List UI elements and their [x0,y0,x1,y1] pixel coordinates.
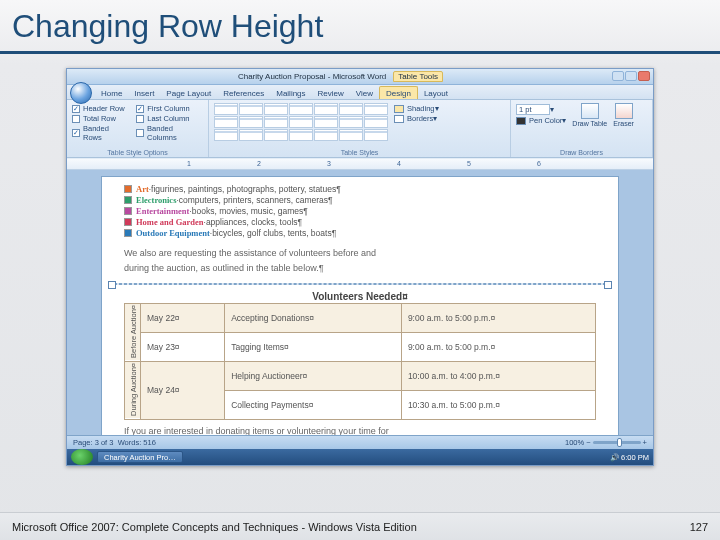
bullet-text: ·appliances, clocks, tools¶ [204,217,303,227]
eraser-icon [615,103,633,119]
zoom-value: 100% [565,438,584,447]
chk-banded-columns[interactable]: Banded Columns [136,124,203,142]
borders-button[interactable]: Borders ▾ [394,114,439,123]
window-title: Charity Auction Proposal - Microsoft Wor… [238,72,386,81]
document-area[interactable]: Art·figurines, paintings, photographs, p… [67,170,653,452]
bullet-line: Home and Garden·appliances, clocks, tool… [124,217,596,227]
volunteers-table[interactable]: Before Auction¤ May 22¤ Accepting Donati… [124,303,596,420]
chk-first-column[interactable]: ✓First Column [136,104,203,113]
chk-header-row[interactable]: ✓Header Row [72,104,128,113]
page: Art·figurines, paintings, photographs, p… [101,176,619,452]
tab-references[interactable]: References [217,87,270,99]
bullet-category: Home and Garden [136,217,204,227]
bullet-text: ·figurines, paintings, photographs, pott… [149,184,341,194]
start-button[interactable] [71,449,93,465]
tab-mailings[interactable]: Mailings [270,87,311,99]
ribbon-tabs: Home Insert Page Layout References Maili… [67,85,653,100]
chk-total-row[interactable]: Total Row [72,114,128,123]
bullet-icon [124,196,132,204]
pen-icon [516,117,526,125]
table-cell[interactable]: 10:30 a.m. to 5:00 p.m.¤ [401,390,595,419]
bullet-category: Outdoor Equipment [136,228,210,238]
group-table-style-options: ✓Header Row Total Row ✓Banded Rows ✓Firs… [67,100,209,157]
bullet-icon [124,185,132,193]
tab-review[interactable]: Review [312,87,350,99]
table-cell[interactable]: Helping Auctioneer¤ [225,361,402,390]
bullet-text: ·computers, printers, scanners, cameras¶ [176,195,332,205]
group-label: Table Styles [214,149,505,156]
taskbar: Charity Auction Pro… 🔊 6:00 PM [67,449,653,465]
group-table-styles: Shading ▾ Borders ▾ Table Styles [209,100,511,157]
zoom-control[interactable]: 100% −+ [565,438,647,447]
draw-table-button[interactable]: Draw Table [572,103,607,127]
taskbar-item[interactable]: Charity Auction Pro… [97,451,183,463]
bullet-line: Entertainment·books, movies, music, game… [124,206,596,216]
table-cell[interactable]: 9:00 a.m. to 5:00 p.m.¤ [401,332,595,361]
slide-footer: Microsoft Office 2007: Complete Concepts… [0,512,720,540]
table-cell[interactable]: May 22¤ [141,303,225,332]
bullet-line: Art·figurines, paintings, photographs, p… [124,184,596,194]
paint-bucket-icon [394,105,404,113]
table-cell[interactable]: Collecting Payments¤ [225,390,402,419]
group-draw-borders: 1 pt ▾ Pen Color ▾ Draw Table Eraser Dra… [511,100,653,157]
bullet-category: Electronics [136,195,176,205]
chk-last-column[interactable]: Last Column [136,114,203,123]
row-group-during: During Auction¤ [125,361,141,419]
table-title: Volunteers Needed¤ [124,291,596,302]
tab-home[interactable]: Home [95,87,128,99]
bullet-category: Entertainment [136,206,189,216]
slide-number: 127 [690,521,708,533]
table-cell[interactable]: Accepting Donations¤ [225,303,402,332]
word-window: Charity Auction Proposal - Microsoft Wor… [66,68,654,466]
office-button[interactable] [70,82,92,104]
row-group-before: Before Auction¤ [125,303,141,361]
contextual-tab-label: Table Tools [393,71,443,82]
footer-text: Microsoft Office 2007: Complete Concepts… [12,521,417,533]
ribbon: ✓Header Row Total Row ✓Banded Rows ✓Firs… [67,100,653,158]
row-resize-guide[interactable] [114,283,606,285]
table-styles-gallery[interactable] [214,103,388,141]
table-cell[interactable]: Tagging Items¤ [225,332,402,361]
status-page: Page: 3 of 3 [73,438,113,447]
pen-weight[interactable]: 1 pt ▾ [516,104,566,115]
bullet-icon [124,218,132,226]
horizontal-ruler[interactable]: 123456 [67,158,653,170]
borders-icon [394,115,404,123]
window-controls[interactable] [611,71,650,83]
tab-page-layout[interactable]: Page Layout [160,87,217,99]
slide-title: Changing Row Height [0,0,720,54]
group-label: Table Style Options [72,149,203,156]
eraser-button[interactable]: Eraser [613,103,634,127]
chk-banded-rows[interactable]: ✓Banded Rows [72,124,128,142]
table-cell[interactable]: May 23¤ [141,332,225,361]
bullet-icon [124,207,132,215]
tab-design[interactable]: Design [379,86,418,99]
bullet-text: ·bicycles, golf clubs, tents, boats¶ [210,228,336,238]
tab-layout[interactable]: Layout [418,87,454,99]
tab-insert[interactable]: Insert [128,87,160,99]
bullet-text: ·books, movies, music, games¶ [189,206,307,216]
group-label: Draw Borders [516,149,647,156]
status-bar: Page: 3 of 3 Words: 516 100% −+ [67,435,653,449]
bullet-icon [124,229,132,237]
table-cell[interactable]: May 24¤ [141,361,225,419]
draw-table-icon [581,103,599,119]
pen-color[interactable]: Pen Color ▾ [516,116,566,125]
status-words: Words: 516 [118,438,156,447]
bullet-line: Outdoor Equipment·bicycles, golf clubs, … [124,228,596,238]
system-clock: 🔊 6:00 PM [610,453,649,462]
tab-view[interactable]: View [350,87,379,99]
bullet-line: Electronics·computers, printers, scanner… [124,195,596,205]
body-text: We also are requesting the assistance of… [124,246,596,277]
table-cell[interactable]: 10:00 a.m. to 4:00 p.m.¤ [401,361,595,390]
title-bar: Charity Auction Proposal - Microsoft Wor… [67,69,653,85]
shading-button[interactable]: Shading ▾ [394,104,439,113]
table-cell[interactable]: 9:00 a.m. to 5:00 p.m.¤ [401,303,595,332]
bullet-category: Art [136,184,149,194]
